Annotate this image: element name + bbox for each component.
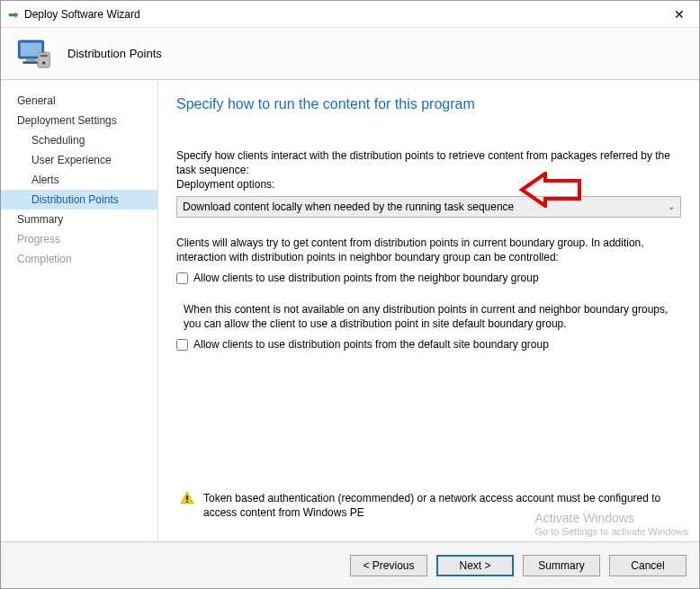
checkbox-neighbor-row: Allow clients to use distribution points… <box>176 272 681 284</box>
sidebar-item-general[interactable]: General <box>1 91 157 111</box>
deployment-options-dropdown[interactable]: Download content locally when needed by … <box>176 196 681 218</box>
content-heading: Specify how to run the content for this … <box>176 96 681 112</box>
svg-rect-5 <box>40 54 48 57</box>
wizard-body: General Deployment Settings Scheduling U… <box>1 80 699 541</box>
wizard-window: ➡ Deploy Software Wizard ✕ Distribution … <box>0 0 700 589</box>
content-area: Specify how to run the content for this … <box>158 80 699 541</box>
window-title: Deploy Software Wizard <box>24 8 660 21</box>
monitor-icon <box>15 36 51 72</box>
wizard-header: Distribution Points <box>1 28 699 80</box>
sidebar: General Deployment Settings Scheduling U… <box>1 80 158 541</box>
cancel-button[interactable]: Cancel <box>609 555 687 576</box>
warning-note: Token based authentication (recommended)… <box>176 491 681 541</box>
intro-text: Specify how clients interact with the di… <box>176 148 681 177</box>
sidebar-item-alerts[interactable]: Alerts <box>1 170 157 190</box>
warning-text: Token based authentication (recommended)… <box>203 491 681 520</box>
summary-button[interactable]: Summary <box>523 555 600 576</box>
checkbox-neighbor-label: Allow clients to use distribution points… <box>193 272 539 284</box>
svg-rect-2 <box>26 58 37 61</box>
warning-icon <box>180 491 194 505</box>
previous-button[interactable]: < Previous <box>350 555 427 576</box>
boundary-description: Clients will always try to get content f… <box>176 236 681 264</box>
checkbox-neighbor-boundary[interactable] <box>176 272 188 284</box>
checkbox-default-label: Allow clients to use distribution points… <box>193 338 549 351</box>
svg-rect-3 <box>22 61 39 64</box>
sidebar-item-progress: Progress <box>1 229 157 249</box>
sidebar-item-user-experience[interactable]: User Experience <box>1 150 157 170</box>
svg-rect-8 <box>186 495 188 500</box>
sidebar-item-deployment-settings[interactable]: Deployment Settings <box>1 111 157 130</box>
checkbox-default-row: Allow clients to use distribution points… <box>176 338 681 351</box>
sidebar-item-scheduling[interactable]: Scheduling <box>1 130 157 150</box>
wizard-arrow-icon: ➡ <box>8 7 19 22</box>
close-button[interactable]: ✕ <box>660 1 699 28</box>
titlebar: ➡ Deploy Software Wizard ✕ <box>1 1 699 28</box>
sidebar-item-completion: Completion <box>1 249 157 269</box>
wizard-footer: < Previous Next > Summary Cancel <box>1 541 699 588</box>
checkbox-default-site-boundary[interactable] <box>176 339 188 351</box>
page-title: Distribution Points <box>67 47 162 60</box>
sidebar-item-summary[interactable]: Summary <box>1 210 157 229</box>
next-button[interactable]: Next > <box>436 555 514 576</box>
svg-rect-9 <box>186 501 188 503</box>
dropdown-value: Download content locally when needed by … <box>183 201 514 213</box>
svg-point-6 <box>42 61 45 64</box>
chevron-down-icon: ⌄ <box>668 201 675 211</box>
sidebar-item-distribution-points[interactable]: Distribution Points <box>1 190 157 210</box>
deployment-options-label: Deployment options: <box>176 177 681 192</box>
fallback-description: When this content is not available on an… <box>176 302 681 331</box>
